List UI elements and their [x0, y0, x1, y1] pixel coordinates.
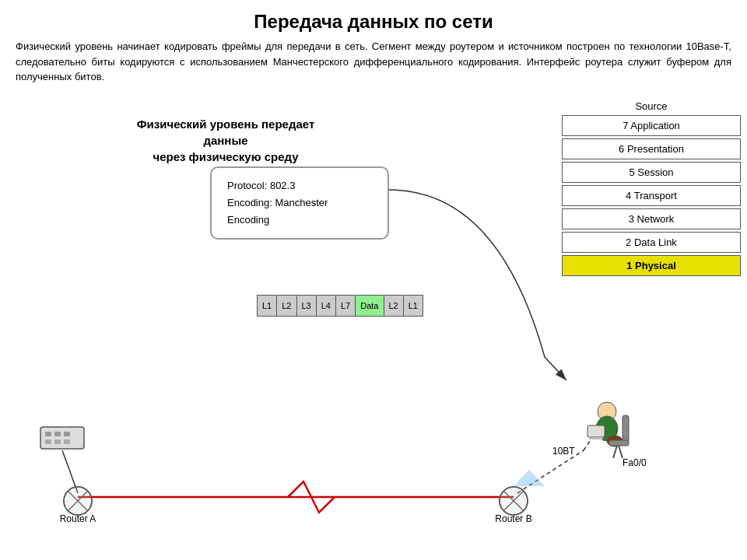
osi-layer-1: 1 Physical [562, 255, 741, 276]
svg-line-18 [503, 491, 524, 511]
protocol-box: Protocol: 802.3 Encoding: Manchester Enc… [210, 166, 389, 240]
osi-layer-6: 6 Presentation [562, 138, 741, 159]
svg-line-7 [68, 491, 88, 511]
svg-rect-15 [64, 439, 70, 444]
description-text: Физический уровень начинает кодировать ф… [0, 39, 747, 93]
svg-point-22 [607, 436, 622, 446]
osi-layer-5: 5 Session [562, 162, 741, 183]
frame-cell-l1a: L1 [258, 296, 277, 316]
frame-cell-l2b: L2 [384, 296, 404, 316]
main-area: Физический уровень передает данные через… [0, 93, 747, 536]
svg-rect-27 [587, 425, 605, 437]
svg-rect-24 [609, 440, 629, 446]
svg-point-5 [64, 487, 92, 515]
svg-marker-30 [514, 470, 545, 486]
svg-point-19 [500, 487, 528, 515]
frame-cell-l4: L4 [317, 296, 336, 316]
fa00-label: Fa0/0 [622, 457, 647, 468]
svg-line-17 [503, 491, 524, 511]
router-b-label: Router B [495, 513, 531, 524]
svg-rect-10 [45, 432, 51, 436]
svg-line-26 [613, 446, 617, 458]
protocol-line2: Encoding: Manchester Encoding [227, 194, 372, 229]
center-label: Физический уровень передает данные через… [124, 116, 327, 165]
svg-line-1 [62, 450, 78, 493]
svg-point-20 [598, 402, 616, 421]
osi-layer-2: 2 Data Link [562, 232, 741, 253]
data-frame: L1 L2 L3 L4 L7 Data L2 L1 [257, 295, 423, 317]
svg-line-6 [68, 491, 88, 511]
svg-point-21 [596, 416, 618, 441]
protocol-line1: Protocol: 802.3 [227, 177, 372, 194]
svg-line-3 [517, 450, 584, 493]
svg-rect-13 [45, 439, 51, 444]
osi-layer-3: 3 Network [562, 208, 741, 229]
svg-rect-11 [54, 432, 61, 436]
osi-stack: Source 7 Application 6 Presentation 5 Se… [562, 100, 741, 278]
frame-cell-data: Data [356, 296, 384, 316]
svg-point-16 [500, 487, 528, 515]
svg-line-4 [584, 427, 599, 450]
network-diagram-svg: Router A Router B [0, 380, 747, 536]
svg-point-8 [64, 487, 92, 515]
frame-cell-l3: L3 [297, 296, 317, 316]
frame-cell-l2a: L2 [277, 296, 296, 316]
frame-cell-l1b: L1 [404, 296, 423, 316]
frame-cell-l7: L7 [336, 296, 356, 316]
svg-line-29 [596, 427, 602, 429]
osi-layer-7: 7 Application [562, 115, 741, 136]
svg-rect-14 [54, 439, 61, 444]
page-title: Передача данных по сети [0, 0, 747, 39]
osi-layer-4: 4 Transport [562, 185, 741, 206]
router-a-label: Router A [60, 513, 96, 524]
svg-rect-12 [64, 432, 70, 436]
svg-rect-23 [622, 415, 629, 443]
svg-line-25 [619, 446, 622, 458]
svg-rect-28 [589, 437, 603, 439]
osi-source-label: Source [562, 100, 741, 112]
speed-label: 10BT [552, 446, 575, 457]
svg-rect-9 [40, 427, 84, 449]
